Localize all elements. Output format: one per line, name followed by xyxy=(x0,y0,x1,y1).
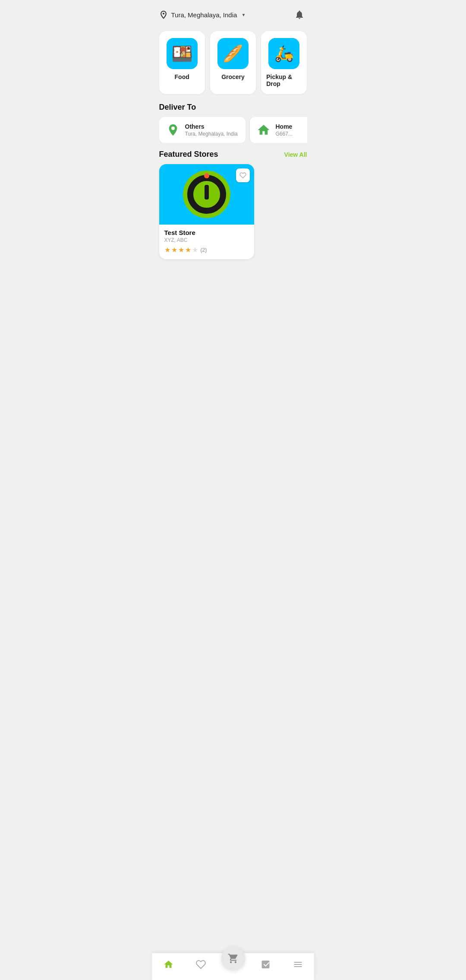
home-pin-icon xyxy=(257,123,271,137)
nav-menu[interactable] xyxy=(286,958,310,971)
heart-nav-icon xyxy=(195,959,206,970)
grocery-label: Grocery xyxy=(221,73,245,80)
nav-favorites[interactable] xyxy=(189,958,213,971)
address-list: Others Tura, Meghalaya, India Home G667.… xyxy=(159,117,307,143)
store-info: Test Store XYZ, ABC ★ ★ ★ ★ ★ (2) xyxy=(159,225,254,259)
store-image xyxy=(159,164,254,225)
star-2: ★ xyxy=(171,246,177,254)
star-4: ★ xyxy=(185,246,191,254)
deliver-to-section: Deliver To Others Tura, Meghalaya, India… xyxy=(152,103,314,150)
location-text: Tura, Meghalaya, India xyxy=(171,11,237,19)
nav-home[interactable] xyxy=(156,958,180,971)
home-nav-icon xyxy=(163,959,173,970)
address-home-label: Home xyxy=(276,123,293,130)
svg-point-1 xyxy=(171,127,175,130)
heart-icon xyxy=(239,172,246,179)
address-others-info: Others Tura, Meghalaya, India xyxy=(185,123,238,137)
location-selector[interactable]: Tura, Meghalaya, India ▼ xyxy=(159,10,246,19)
address-home[interactable]: Home G667... xyxy=(250,117,307,143)
star-3: ★ xyxy=(178,246,184,254)
categories-section: 🍱 Food 🥖 Grocery 🛵 Pickup & Drop xyxy=(152,28,314,103)
category-food[interactable]: 🍱 Food xyxy=(159,31,205,94)
rating-count: (2) xyxy=(201,247,207,253)
cart-fab-icon xyxy=(227,953,239,964)
view-all-button[interactable]: View All xyxy=(284,151,307,158)
stores-list: Test Store XYZ, ABC ★ ★ ★ ★ ★ (2) xyxy=(159,164,307,259)
address-home-info: Home G667... xyxy=(276,123,293,137)
power-dot xyxy=(204,173,209,178)
featured-stores-title: Featured Stores xyxy=(159,150,218,159)
power-ring xyxy=(187,175,226,214)
food-label: Food xyxy=(175,73,189,80)
pickup-label: Pickup & Drop xyxy=(266,73,302,87)
address-others[interactable]: Others Tura, Meghalaya, India xyxy=(159,117,246,143)
menu-nav-icon xyxy=(293,959,303,970)
star-1: ★ xyxy=(164,246,170,254)
header: Tura, Meghalaya, India ▼ xyxy=(152,0,314,28)
grocery-icon-bg: 🥖 xyxy=(217,38,249,69)
deliver-to-title: Deliver To xyxy=(159,103,307,112)
location-icon xyxy=(159,10,168,19)
pickup-icon-bg: 🛵 xyxy=(268,38,299,69)
favorite-button[interactable] xyxy=(236,168,250,182)
chevron-down-icon: ▼ xyxy=(241,13,246,17)
address-others-detail: Tura, Meghalaya, India xyxy=(185,131,238,137)
store-card-test[interactable]: Test Store XYZ, ABC ★ ★ ★ ★ ★ (2) xyxy=(159,164,254,259)
star-5: ★ xyxy=(192,246,198,254)
category-grocery[interactable]: 🥖 Grocery xyxy=(210,31,256,94)
bottom-nav xyxy=(152,953,314,980)
store-logo xyxy=(183,171,230,218)
address-home-detail: G667... xyxy=(276,131,293,137)
nav-orders[interactable] xyxy=(253,958,277,971)
orders-nav-icon xyxy=(260,959,271,970)
featured-stores-section: Featured Stores View All xyxy=(152,150,314,266)
bell-icon xyxy=(294,10,305,20)
svg-point-0 xyxy=(162,13,164,14)
category-pickup[interactable]: 🛵 Pickup & Drop xyxy=(261,31,307,94)
featured-header: Featured Stores View All xyxy=(159,150,307,159)
store-address: XYZ, ABC xyxy=(164,237,249,243)
power-bar xyxy=(205,185,209,200)
store-rating: ★ ★ ★ ★ ★ (2) xyxy=(164,246,249,254)
location-pin-icon xyxy=(166,123,180,137)
store-name: Test Store xyxy=(164,229,249,236)
notification-button[interactable] xyxy=(292,7,307,22)
cart-fab-button[interactable] xyxy=(221,946,245,970)
address-others-label: Others xyxy=(185,123,238,130)
food-icon-bg: 🍱 xyxy=(167,38,198,69)
